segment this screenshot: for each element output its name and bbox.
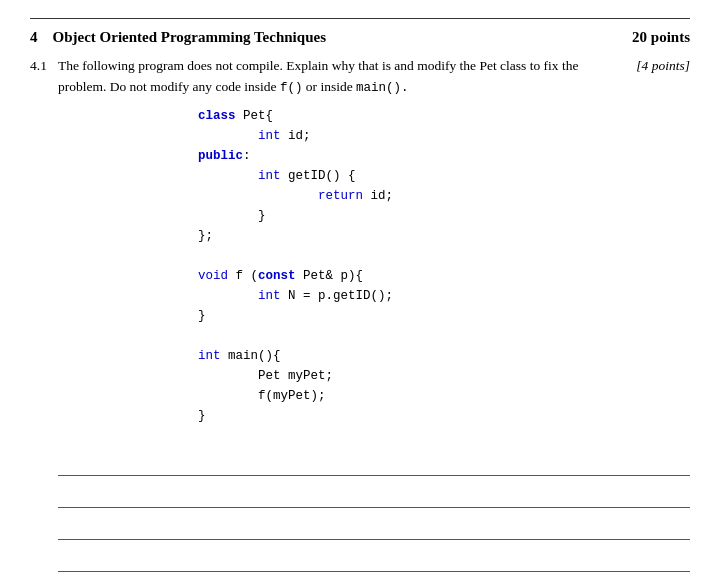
code-line-9: int N = p.getID(); [138, 286, 690, 306]
kw-void: void [198, 269, 228, 283]
code-line-3: public: [138, 146, 690, 166]
code-block: class Pet{ int id; public: int getID() { [138, 106, 690, 426]
kw-int-1: int [258, 129, 281, 143]
code-line-6: } [138, 206, 690, 226]
kw-int-3: int [258, 289, 281, 303]
answer-line-4[interactable] [58, 540, 690, 572]
code-line-12: Pet myPet; [138, 366, 690, 386]
code-line-10: } [138, 306, 690, 326]
top-divider [30, 18, 690, 19]
question-block: 4.1 The following program does not compi… [30, 56, 690, 572]
answer-line-1[interactable] [58, 444, 690, 476]
code-line-7: }; [138, 226, 690, 246]
kw-int-main: int [198, 349, 221, 363]
code-line-blank-2 [138, 326, 690, 346]
section-title: 4 Object Oriented Programming Techniques [30, 29, 326, 46]
inline-code-main: main(). [356, 81, 409, 95]
code-line-13: f(myPet); [138, 386, 690, 406]
kw-const: const [258, 269, 296, 283]
section-number: 4 [30, 29, 38, 45]
question-points: [4 points] [636, 56, 690, 77]
page: 4 Object Oriented Programming Techniques… [0, 0, 720, 584]
question-text-or: or inside [306, 79, 356, 94]
section-title-text: Object Oriented Programming Techniques [53, 29, 326, 45]
code-line-4: int getID() { [138, 166, 690, 186]
kw-int-2: int [258, 169, 281, 183]
code-line-14: } [138, 406, 690, 426]
question-body: The following program does not compile. … [58, 56, 626, 98]
answer-line-2[interactable] [58, 476, 690, 508]
kw-class: class [198, 109, 236, 123]
kw-return: return [318, 189, 363, 203]
kw-public: public [198, 149, 243, 163]
question-text: The following program does not compile. … [58, 56, 690, 98]
question-content: The following program does not compile. … [58, 56, 690, 572]
answer-lines [58, 444, 690, 572]
code-line-5: return id; [138, 186, 690, 206]
code-line-2: int id; [138, 126, 690, 146]
code-line-blank-1 [138, 246, 690, 266]
section-header: 4 Object Oriented Programming Techniques… [30, 29, 690, 46]
code-line-8: void f (const Pet& p){ [138, 266, 690, 286]
question-text-part2: problem. Do not modify any code inside [58, 79, 277, 94]
code-line-11: int main(){ [138, 346, 690, 366]
inline-code-f: f() [280, 81, 303, 95]
code-line-1: class Pet{ [138, 106, 690, 126]
section-points: 20 points [632, 29, 690, 46]
question-number: 4.1 [30, 56, 58, 572]
answer-line-3[interactable] [58, 508, 690, 540]
question-text-part1: The following program does not compile. … [58, 58, 578, 73]
